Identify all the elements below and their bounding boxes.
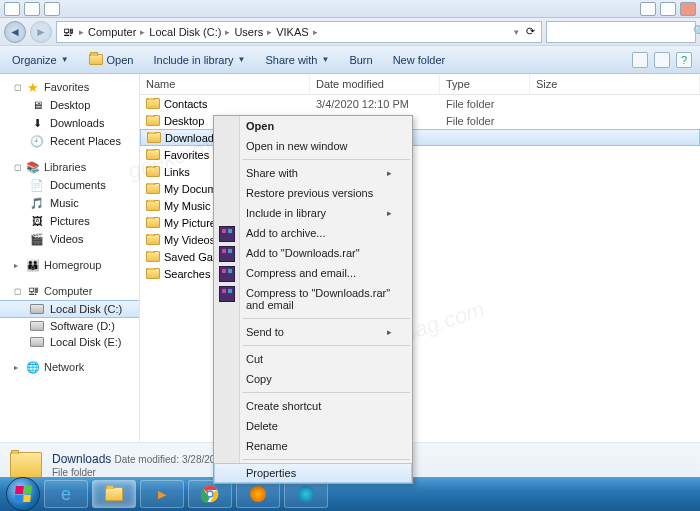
taskbar-explorer[interactable] <box>92 480 136 508</box>
chevron-right-icon: ▸ <box>267 27 272 37</box>
favorites-header[interactable]: ▢★Favorites <box>0 78 139 96</box>
col-type[interactable]: Type <box>440 74 530 94</box>
ctx-share-with[interactable]: Share with <box>214 163 412 183</box>
ctx-properties[interactable]: Properties <box>214 463 412 483</box>
view-options-icon[interactable] <box>632 52 648 68</box>
folder-icon <box>146 183 160 194</box>
chevron-right-icon: ▸ <box>313 27 318 37</box>
taskbar-chrome[interactable] <box>188 480 232 508</box>
taskbar-edge[interactable] <box>284 480 328 508</box>
crumb-c[interactable]: Local Disk (C:) <box>149 26 221 38</box>
ctx-copy[interactable]: Copy <box>214 369 412 389</box>
ctx-copy-label: Copy <box>246 373 272 385</box>
file-type: File folder <box>440 115 530 127</box>
chevron-down-icon[interactable]: ▾ <box>514 27 519 37</box>
ctx-compress-email[interactable]: Compress and email... <box>214 263 412 283</box>
search-icon[interactable]: 🔍 <box>693 25 700 39</box>
burn-button[interactable]: Burn <box>345 52 376 68</box>
taskbar-wmp[interactable]: ▶ <box>140 480 184 508</box>
svg-point-3 <box>208 492 213 497</box>
sidebar-item-videos[interactable]: 🎬Videos <box>0 230 139 248</box>
minimize-button[interactable] <box>640 2 656 16</box>
ctx-cut-label: Cut <box>246 353 263 365</box>
network-header[interactable]: ▸🌐Network <box>0 358 139 376</box>
ctx-create-shortcut[interactable]: Create shortcut <box>214 396 412 416</box>
search-input[interactable] <box>551 26 689 38</box>
col-size[interactable]: Size <box>530 74 700 94</box>
sidebar-item-disk-d[interactable]: Software (D:) <box>0 318 139 334</box>
homegroup-header[interactable]: ▸👪Homegroup <box>0 256 139 274</box>
libraries-header[interactable]: ▢📚Libraries <box>0 158 139 176</box>
winrar-icon <box>219 266 235 282</box>
col-name[interactable]: Name <box>140 74 310 94</box>
folder-icon <box>146 268 160 279</box>
ctx-delete-label: Delete <box>246 420 278 432</box>
forward-button[interactable]: ► <box>30 21 52 43</box>
sidebar-item-documents[interactable]: 📄Documents <box>0 176 139 194</box>
ctx-delete[interactable]: Delete <box>214 416 412 436</box>
ctx-addto-label: Add to "Downloads.rar" <box>246 247 360 259</box>
burn-label: Burn <box>349 54 372 66</box>
organize-label: Organize <box>12 54 57 66</box>
ctx-compress-to-email[interactable]: Compress to "Downloads.rar" and email <box>214 283 412 315</box>
folder-open-icon <box>89 54 103 65</box>
computer-header[interactable]: ▢🖳Computer <box>0 282 139 300</box>
collapse-icon: ▢ <box>14 163 22 172</box>
sidebar-item-disk-c[interactable]: Local Disk (C:) <box>0 300 139 318</box>
sidebar-item-label: Local Disk (C:) <box>50 303 122 315</box>
start-button[interactable] <box>6 477 40 511</box>
crumb-computer[interactable]: Computer <box>88 26 136 38</box>
ctx-open-label: Open <box>246 120 274 132</box>
crumb-users[interactable]: Users <box>234 26 263 38</box>
ctx-add-to-rar[interactable]: Add to "Downloads.rar" <box>214 243 412 263</box>
sidebar-item-desktop[interactable]: 🖥Desktop <box>0 96 139 114</box>
maximize-button[interactable] <box>660 2 676 16</box>
ctx-shortcut-label: Create shortcut <box>246 400 321 412</box>
taskbar-ie[interactable]: e <box>44 480 88 508</box>
sidebar-item-label: Videos <box>50 233 83 245</box>
ctx-restore-previous[interactable]: Restore previous versions <box>214 183 412 203</box>
firefox-icon <box>250 486 266 502</box>
ctx-rename[interactable]: Rename <box>214 436 412 456</box>
ctx-cut[interactable]: Cut <box>214 349 412 369</box>
include-label: Include in library <box>153 54 233 66</box>
close-button[interactable] <box>680 2 696 16</box>
desktop-icon: 🖥 <box>30 98 44 112</box>
sidebar-item-label: Documents <box>50 179 106 191</box>
back-button[interactable]: ◄ <box>4 21 26 43</box>
collapse-icon: ▢ <box>14 287 22 296</box>
taskbar-firefox[interactable] <box>236 480 280 508</box>
pictures-icon: 🖼 <box>30 214 44 228</box>
open-label: Open <box>107 54 134 66</box>
crumb-vikas[interactable]: VIKAS <box>276 26 308 38</box>
ctx-add-archive[interactable]: Add to archive... <box>214 223 412 243</box>
address-bar[interactable]: 🖳 ▸ Computer ▸ Local Disk (C:) ▸ Users ▸… <box>56 21 542 43</box>
ctx-open-new-window[interactable]: Open in new window <box>214 136 412 156</box>
sidebar-item-disk-e[interactable]: Local Disk (E:) <box>0 334 139 350</box>
preview-pane-icon[interactable] <box>654 52 670 68</box>
sidebar-item-pictures[interactable]: 🖼Pictures <box>0 212 139 230</box>
include-in-library-menu[interactable]: Include in library▼ <box>149 52 249 68</box>
file-row[interactable]: Contacts3/4/2020 12:10 PMFile folder <box>140 95 700 112</box>
file-name: Contacts <box>164 98 207 110</box>
ctx-open[interactable]: Open <box>214 116 412 136</box>
sidebar-item-recent[interactable]: 🕘Recent Places <box>0 132 139 150</box>
ctx-include-library[interactable]: Include in library <box>214 203 412 223</box>
file-date: 3/4/2020 12:10 PM <box>310 98 440 110</box>
navigation-pane: ▢★Favorites 🖥Desktop ⬇Downloads 🕘Recent … <box>0 74 140 442</box>
share-with-menu[interactable]: Share with▼ <box>262 52 334 68</box>
ctx-send-to[interactable]: Send to <box>214 322 412 342</box>
computer-icon: 🖳 <box>61 25 75 39</box>
help-icon[interactable]: ? <box>676 52 692 68</box>
search-box[interactable]: 🔍 <box>546 21 696 43</box>
refresh-icon[interactable]: ⟳ <box>523 25 537 39</box>
sidebar-item-music[interactable]: 🎵Music <box>0 194 139 212</box>
sidebar-item-label: Software (D:) <box>50 320 115 332</box>
new-folder-button[interactable]: New folder <box>389 52 450 68</box>
sys-box-3 <box>44 2 60 16</box>
col-date[interactable]: Date modified <box>310 74 440 94</box>
open-button[interactable]: Open <box>85 52 138 68</box>
sidebar-item-downloads[interactable]: ⬇Downloads <box>0 114 139 132</box>
organize-menu[interactable]: Organize▼ <box>8 52 73 68</box>
sidebar-item-label: Pictures <box>50 215 90 227</box>
